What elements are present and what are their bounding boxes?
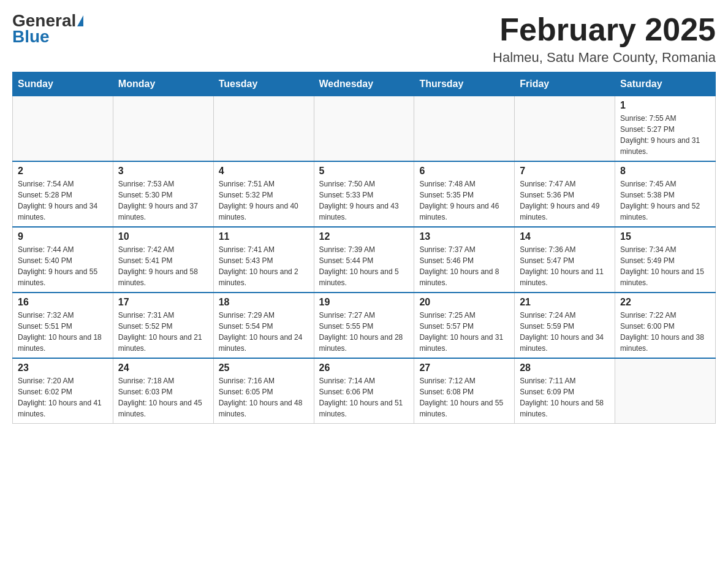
day-info: Sunrise: 7:41 AMSunset: 5:43 PMDaylight:… [219,244,309,288]
day-info: Sunrise: 7:53 AMSunset: 5:30 PMDaylight:… [118,178,208,223]
logo-blue-text: Blue [12,27,50,47]
day-info: Sunrise: 7:51 AMSunset: 5:32 PMDaylight:… [219,178,309,223]
calendar-day-cell: 4Sunrise: 7:51 AMSunset: 5:32 PMDaylight… [213,161,314,227]
calendar-day-cell: 10Sunrise: 7:42 AMSunset: 5:41 PMDayligh… [113,227,213,293]
day-number: 23 [18,362,108,373]
day-number: 15 [620,231,710,242]
day-number: 3 [118,166,208,177]
calendar-day-cell: 12Sunrise: 7:39 AMSunset: 5:44 PMDayligh… [314,227,414,293]
day-number: 10 [118,231,208,242]
day-number: 20 [419,297,509,308]
calendar-day-cell: 14Sunrise: 7:36 AMSunset: 5:47 PMDayligh… [515,227,615,293]
day-number: 14 [520,231,610,242]
weekday-header-thursday: Thursday [414,72,515,96]
calendar-day-cell: 25Sunrise: 7:16 AMSunset: 6:05 PMDayligh… [213,358,314,424]
calendar-day-cell: 19Sunrise: 7:27 AMSunset: 5:55 PMDayligh… [314,293,414,358]
day-info: Sunrise: 7:39 AMSunset: 5:44 PMDaylight:… [319,244,409,288]
weekday-header-friday: Friday [515,72,615,96]
day-info: Sunrise: 7:31 AMSunset: 5:52 PMDaylight:… [118,310,208,354]
day-info: Sunrise: 7:34 AMSunset: 5:49 PMDaylight:… [620,244,710,288]
day-number: 18 [219,297,309,308]
calendar-day-cell: 24Sunrise: 7:18 AMSunset: 6:03 PMDayligh… [113,358,213,424]
calendar-day-cell: 27Sunrise: 7:12 AMSunset: 6:08 PMDayligh… [414,358,515,424]
calendar-day-cell: 11Sunrise: 7:41 AMSunset: 5:43 PMDayligh… [213,227,314,293]
calendar-day-cell: 22Sunrise: 7:22 AMSunset: 6:00 PMDayligh… [615,293,716,358]
calendar-day-cell: 5Sunrise: 7:50 AMSunset: 5:33 PMDaylight… [314,161,414,227]
calendar-day-cell [113,96,213,162]
calendar-day-cell: 26Sunrise: 7:14 AMSunset: 6:06 PMDayligh… [314,358,414,424]
calendar-day-cell: 21Sunrise: 7:24 AMSunset: 5:59 PMDayligh… [515,293,615,358]
day-info: Sunrise: 7:32 AMSunset: 5:51 PMDaylight:… [18,310,108,354]
day-info: Sunrise: 7:22 AMSunset: 6:00 PMDaylight:… [620,310,710,354]
day-number: 25 [219,362,309,373]
calendar-day-cell: 13Sunrise: 7:37 AMSunset: 5:46 PMDayligh… [414,227,515,293]
calendar-day-cell: 1Sunrise: 7:55 AMSunset: 5:27 PMDaylight… [615,96,716,162]
day-number: 27 [419,362,509,373]
calendar-day-cell [515,96,615,162]
calendar-day-cell: 6Sunrise: 7:48 AMSunset: 5:35 PMDaylight… [414,161,515,227]
day-number: 13 [419,231,509,242]
calendar-day-cell: 3Sunrise: 7:53 AMSunset: 5:30 PMDaylight… [113,161,213,227]
calendar-day-cell: 17Sunrise: 7:31 AMSunset: 5:52 PMDayligh… [113,293,213,358]
day-number: 21 [520,297,610,308]
day-number: 4 [219,166,309,177]
day-info: Sunrise: 7:45 AMSunset: 5:38 PMDaylight:… [620,178,710,223]
calendar-week-row: 23Sunrise: 7:20 AMSunset: 6:02 PMDayligh… [13,358,716,424]
calendar-day-cell: 20Sunrise: 7:25 AMSunset: 5:57 PMDayligh… [414,293,515,358]
day-number: 12 [319,231,409,242]
calendar-header-row: SundayMondayTuesdayWednesdayThursdayFrid… [13,72,716,96]
day-info: Sunrise: 7:54 AMSunset: 5:28 PMDaylight:… [18,178,108,223]
day-info: Sunrise: 7:18 AMSunset: 6:03 PMDaylight:… [118,375,208,419]
day-number: 7 [520,166,610,177]
day-number: 22 [620,297,710,308]
day-info: Sunrise: 7:36 AMSunset: 5:47 PMDaylight:… [520,244,610,288]
weekday-header-wednesday: Wednesday [314,72,414,96]
page-header: General Blue February 2025 Halmeu, Satu … [12,12,716,66]
day-number: 16 [18,297,108,308]
calendar-day-cell: 23Sunrise: 7:20 AMSunset: 6:02 PMDayligh… [13,358,113,424]
day-info: Sunrise: 7:14 AMSunset: 6:06 PMDaylight:… [319,375,409,419]
calendar-week-row: 2Sunrise: 7:54 AMSunset: 5:28 PMDaylight… [13,161,716,227]
calendar-day-cell: 7Sunrise: 7:47 AMSunset: 5:36 PMDaylight… [515,161,615,227]
day-info: Sunrise: 7:55 AMSunset: 5:27 PMDaylight:… [620,113,710,157]
day-number: 1 [620,100,710,111]
calendar-day-cell [314,96,414,162]
calendar-day-cell [213,96,314,162]
calendar-week-row: 9Sunrise: 7:44 AMSunset: 5:40 PMDaylight… [13,227,716,293]
day-number: 24 [118,362,208,373]
day-info: Sunrise: 7:11 AMSunset: 6:09 PMDaylight:… [520,375,610,419]
day-number: 2 [18,166,108,177]
main-title: February 2025 [493,12,716,47]
day-info: Sunrise: 7:42 AMSunset: 5:41 PMDaylight:… [118,244,208,288]
day-number: 5 [319,166,409,177]
calendar-day-cell: 16Sunrise: 7:32 AMSunset: 5:51 PMDayligh… [13,293,113,358]
weekday-header-saturday: Saturday [615,72,716,96]
day-number: 26 [319,362,409,373]
day-info: Sunrise: 7:37 AMSunset: 5:46 PMDaylight:… [419,244,509,288]
calendar-day-cell: 8Sunrise: 7:45 AMSunset: 5:38 PMDaylight… [615,161,716,227]
weekday-header-tuesday: Tuesday [213,72,314,96]
weekday-header-sunday: Sunday [13,72,113,96]
calendar-week-row: 16Sunrise: 7:32 AMSunset: 5:51 PMDayligh… [13,293,716,358]
day-number: 6 [419,166,509,177]
calendar-day-cell [414,96,515,162]
day-number: 17 [118,297,208,308]
calendar-week-row: 1Sunrise: 7:55 AMSunset: 5:27 PMDaylight… [13,96,716,162]
day-number: 28 [520,362,610,373]
day-info: Sunrise: 7:16 AMSunset: 6:05 PMDaylight:… [219,375,309,419]
calendar-table: SundayMondayTuesdayWednesdayThursdayFrid… [12,72,716,424]
day-info: Sunrise: 7:48 AMSunset: 5:35 PMDaylight:… [419,178,509,223]
calendar-day-cell: 28Sunrise: 7:11 AMSunset: 6:09 PMDayligh… [515,358,615,424]
day-info: Sunrise: 7:20 AMSunset: 6:02 PMDaylight:… [18,375,108,419]
day-info: Sunrise: 7:24 AMSunset: 5:59 PMDaylight:… [520,310,610,354]
day-info: Sunrise: 7:27 AMSunset: 5:55 PMDaylight:… [319,310,409,354]
logo: General Blue [12,12,84,47]
day-number: 8 [620,166,710,177]
day-info: Sunrise: 7:29 AMSunset: 5:54 PMDaylight:… [219,310,309,354]
calendar-day-cell: 18Sunrise: 7:29 AMSunset: 5:54 PMDayligh… [213,293,314,358]
day-number: 19 [319,297,409,308]
calendar-day-cell: 9Sunrise: 7:44 AMSunset: 5:40 PMDaylight… [13,227,113,293]
weekday-header-monday: Monday [113,72,213,96]
title-section: February 2025 Halmeu, Satu Mare County, … [493,12,716,66]
day-info: Sunrise: 7:47 AMSunset: 5:36 PMDaylight:… [520,178,610,223]
